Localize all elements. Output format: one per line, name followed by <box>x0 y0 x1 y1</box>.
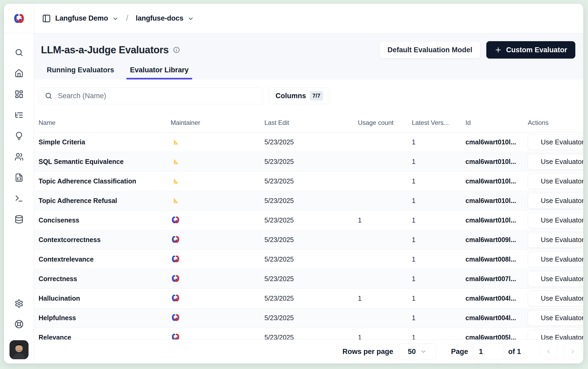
use-evaluator-button[interactable]: Use Evaluator <box>528 173 583 189</box>
sidebar <box>4 4 34 363</box>
search-box <box>39 87 263 104</box>
evaluator-id: cmal6wart004l... <box>465 289 528 308</box>
org-chevron-down-icon[interactable] <box>112 15 119 22</box>
sidebar-item-users[interactable] <box>13 152 25 161</box>
default-evaluation-model-button[interactable]: Default Evaluation Model <box>379 41 480 59</box>
evaluator-name: Helpfulness <box>39 314 76 321</box>
sidebar-toggle-button[interactable] <box>42 14 51 23</box>
columns-count-badge: 7/7 <box>310 91 323 101</box>
sidebar-item-prompts[interactable] <box>13 173 25 182</box>
latest-version: 1 <box>412 269 465 289</box>
evaluator-id: cmal6wart010l... <box>465 152 528 172</box>
latest-version: 1 <box>412 250 465 269</box>
sidebar-item-tracing[interactable] <box>13 111 25 120</box>
use-evaluator-button[interactable]: Use Evaluator <box>528 310 583 326</box>
use-evaluator-button[interactable]: Use Evaluator <box>528 330 583 340</box>
evaluator-id: cmal6wart010l... <box>465 191 528 211</box>
custom-evaluator-button[interactable]: Custom Evaluator <box>486 41 575 59</box>
column-header-id: Id <box>465 113 528 133</box>
use-evaluator-button[interactable]: Use Evaluator <box>528 212 583 228</box>
use-evaluator-button[interactable]: Use Evaluator <box>528 232 583 248</box>
chevron-down-icon <box>420 348 427 355</box>
sidebar-nav <box>4 33 34 299</box>
prompt-file-icon <box>15 173 24 182</box>
avatar-photo <box>10 340 29 359</box>
usage-count <box>358 308 412 328</box>
project-switcher[interactable]: langfuse-docs <box>136 14 183 22</box>
info-icon[interactable] <box>173 46 180 53</box>
use-evaluator-button[interactable]: Use Evaluator <box>528 193 583 209</box>
table-row[interactable]: Simple Criteria 5/23/2025 1 cmal6wart010… <box>34 133 583 152</box>
table-row[interactable]: Conciseness 5/23/2025 1 1 cmal6wart010l.… <box>34 211 583 230</box>
sidebar-bottom <box>4 299 34 363</box>
breadcrumb-separator: / <box>126 13 128 23</box>
sidebar-item-support[interactable] <box>13 320 25 329</box>
table-row[interactable]: Topic Adherence Refusal 5/23/2025 1 cmal… <box>34 191 583 211</box>
search-input[interactable] <box>57 92 263 100</box>
next-page-button[interactable] <box>564 343 581 360</box>
last-edit-date: 5/23/2025 <box>264 191 358 211</box>
use-evaluator-button[interactable]: Use Evaluator <box>528 291 583 306</box>
sidebar-item-search[interactable] <box>13 48 25 57</box>
langfuse-maintainer-icon <box>171 235 180 244</box>
life-buoy-icon <box>15 320 24 329</box>
evaluator-name: Correctness <box>39 275 77 282</box>
panel-left-icon <box>42 14 51 23</box>
langfuse-logo-icon <box>13 13 25 23</box>
page-title: LLM-as-a-Judge Evaluators <box>41 44 169 56</box>
home-icon <box>15 69 24 78</box>
page-header: LLM-as-a-Judge Evaluators Default Evalua… <box>34 33 583 79</box>
page-number-input[interactable] <box>473 343 504 360</box>
usage-count <box>358 172 412 191</box>
sidebar-item-evaluation[interactable] <box>13 131 25 140</box>
table-row[interactable]: Helpfulness 5/23/2025 1 cmal6wart004l...… <box>34 308 583 328</box>
tab-bar: Running Evaluators Evaluator Library <box>41 66 575 79</box>
sidebar-item-datasets[interactable] <box>13 215 25 224</box>
evaluator-id: cmal6wart005l... <box>465 328 528 340</box>
table-row[interactable]: Relevance 5/23/2025 1 1 cmal6wart005l...… <box>34 328 583 340</box>
langfuse-maintainer-icon <box>171 255 180 263</box>
columns-button[interactable]: Columns 7/7 <box>269 87 330 104</box>
project-chevron-down-icon[interactable] <box>188 15 194 22</box>
table-row[interactable]: SQL Semantic Equivalence 5/23/2025 1 cma… <box>34 152 583 172</box>
table-row[interactable]: Contextcorrectness 5/23/2025 1 cmal6wart… <box>34 230 583 250</box>
gear-icon <box>15 299 24 308</box>
usage-count <box>358 230 412 250</box>
evaluator-name: Topic Adherence Classification <box>39 177 136 185</box>
table-row[interactable]: Topic Adherence Classification 5/23/2025… <box>34 172 583 191</box>
sidebar-item-home[interactable] <box>13 69 25 78</box>
tab-running-evaluators[interactable]: Running Evaluators <box>43 66 118 79</box>
page-total-label: of 1 <box>508 348 521 356</box>
previous-page-button[interactable] <box>540 343 557 360</box>
use-evaluator-button[interactable]: Use Evaluator <box>528 154 583 170</box>
column-header-latest-version: Latest Vers... <box>412 113 465 133</box>
sidebar-item-settings[interactable] <box>13 299 25 308</box>
use-evaluator-button[interactable]: Use Evaluator <box>528 252 583 267</box>
latest-version: 1 <box>412 172 465 191</box>
usage-count: 1 <box>358 328 412 340</box>
org-switcher[interactable]: Langfuse Demo <box>55 14 108 22</box>
latest-version: 1 <box>412 289 465 308</box>
sidebar-item-dashboards[interactable] <box>13 90 25 99</box>
evaluator-id: cmal6wart009l... <box>465 230 528 250</box>
org-logo[interactable] <box>4 4 34 33</box>
table-row[interactable]: Contextrelevance 5/23/2025 1 cmal6wart00… <box>34 250 583 269</box>
last-edit-date: 5/23/2025 <box>264 308 358 328</box>
sidebar-item-playground[interactable] <box>13 194 25 203</box>
column-header-actions: Actions <box>528 113 583 133</box>
table-row[interactable]: Correctness 5/23/2025 1 cmal6wart007l...… <box>34 269 583 289</box>
app-window: Langfuse Demo / langfuse-docs LLM-as-a-J… <box>4 4 583 363</box>
evaluator-id: cmal6wart010l... <box>465 211 528 230</box>
table-body: Simple Criteria 5/23/2025 1 cmal6wart010… <box>34 133 583 340</box>
usage-count <box>358 133 412 152</box>
tab-evaluator-library[interactable]: Evaluator Library <box>126 66 192 79</box>
last-edit-date: 5/23/2025 <box>264 250 358 269</box>
evaluator-name: Contextcorrectness <box>39 236 101 243</box>
rows-per-page-select[interactable]: 50 <box>398 343 436 360</box>
table-row[interactable]: Hallucination 5/23/2025 1 1 cmal6wart004… <box>34 289 583 308</box>
use-evaluator-button[interactable]: Use Evaluator <box>528 134 583 150</box>
use-evaluator-button[interactable]: Use Evaluator <box>528 271 583 287</box>
user-avatar[interactable] <box>10 340 29 359</box>
last-edit-date: 5/23/2025 <box>264 152 358 172</box>
ragas-maintainer-icon <box>171 157 180 165</box>
